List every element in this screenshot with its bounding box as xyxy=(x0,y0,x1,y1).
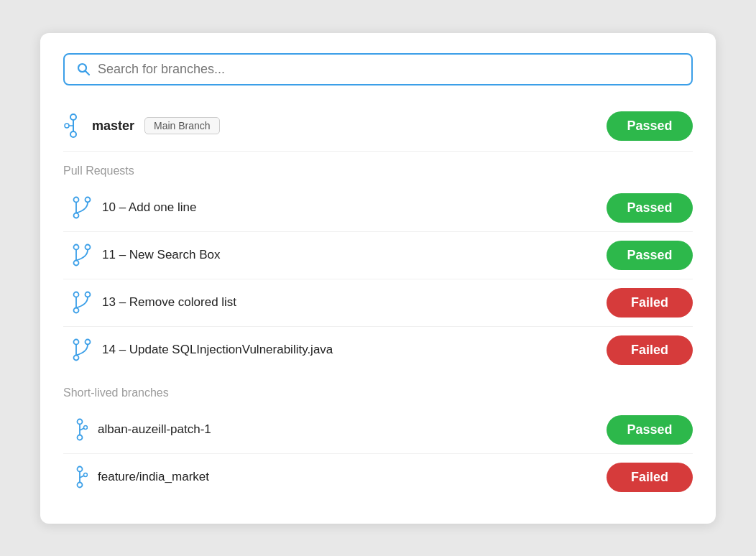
short-lived-branch-label: feature/india_market xyxy=(98,470,209,484)
short-lived-list: alban-auzeill-patch-1 Passed feature/ind… xyxy=(63,407,693,501)
svg-point-16 xyxy=(74,308,79,313)
svg-point-14 xyxy=(86,245,91,250)
pr-branch-label: 13 – Remove colored list xyxy=(102,295,236,310)
pr-row[interactable]: 13 – Remove colored list Failed xyxy=(63,279,693,327)
svg-point-20 xyxy=(74,356,79,361)
svg-line-1 xyxy=(86,71,90,75)
svg-point-8 xyxy=(74,213,79,218)
pr-status-badge: Passed xyxy=(607,241,693,270)
svg-point-7 xyxy=(74,198,79,203)
search-input[interactable] xyxy=(98,62,680,77)
main-card: master Main Branch Passed Pull Requests … xyxy=(40,33,716,524)
svg-point-23 xyxy=(78,420,83,425)
pr-status-badge: Passed xyxy=(607,193,693,223)
svg-point-10 xyxy=(86,198,91,203)
pr-branch-label: 10 – Add one line xyxy=(102,200,196,215)
short-lived-branch-icon xyxy=(72,417,88,442)
pr-branch-label: 11 – New Search Box xyxy=(102,248,220,262)
short-lived-status-badge: Passed xyxy=(607,415,693,445)
pr-row[interactable]: 11 – New Search Box Passed xyxy=(63,232,693,279)
svg-point-5 xyxy=(65,124,69,128)
svg-point-32 xyxy=(84,473,88,477)
pr-row[interactable]: 14 – Update SQLInjectionVulnerability.ja… xyxy=(63,327,693,374)
svg-point-3 xyxy=(70,131,76,137)
main-branch-badge: Main Branch xyxy=(144,117,220,134)
short-lived-section-title: Short-lived branches xyxy=(63,386,693,399)
pr-branch-icon xyxy=(72,243,92,267)
svg-point-28 xyxy=(78,467,83,472)
pr-row[interactable]: 10 – Add one line Passed xyxy=(63,185,693,232)
pr-branch-icon xyxy=(72,338,92,362)
short-lived-branch-label: alban-auzeill-patch-1 xyxy=(98,422,211,437)
pull-requests-section-title: Pull Requests xyxy=(63,165,693,177)
svg-point-11 xyxy=(74,245,79,250)
svg-point-27 xyxy=(84,426,88,430)
svg-point-22 xyxy=(86,340,91,345)
pr-branch-icon xyxy=(72,290,92,315)
short-lived-branch-icon xyxy=(72,465,88,489)
svg-point-25 xyxy=(78,435,83,440)
svg-point-12 xyxy=(74,261,79,266)
short-lived-row[interactable]: feature/india_market Failed xyxy=(63,454,693,501)
pr-status-badge: Failed xyxy=(607,335,693,365)
svg-point-15 xyxy=(74,292,79,297)
master-branch-icon xyxy=(63,113,83,139)
pr-branch-label: 14 – Update SQLInjectionVulnerability.ja… xyxy=(102,343,333,357)
search-icon xyxy=(76,62,91,76)
master-branch-row[interactable]: master Main Branch Passed xyxy=(63,101,693,152)
svg-point-30 xyxy=(78,483,83,488)
pr-branch-icon xyxy=(72,195,92,220)
svg-point-18 xyxy=(86,292,91,297)
svg-point-19 xyxy=(74,340,79,345)
short-lived-status-badge: Failed xyxy=(607,463,693,492)
svg-point-2 xyxy=(70,114,76,120)
short-lived-row[interactable]: alban-auzeill-patch-1 Passed xyxy=(63,407,693,454)
pull-requests-list: 10 – Add one line Passed 11 – New Search… xyxy=(63,185,693,374)
search-bar xyxy=(63,53,693,85)
pr-status-badge: Failed xyxy=(607,288,693,318)
master-status-badge: Passed xyxy=(607,111,693,141)
master-branch-name: master xyxy=(92,119,134,134)
